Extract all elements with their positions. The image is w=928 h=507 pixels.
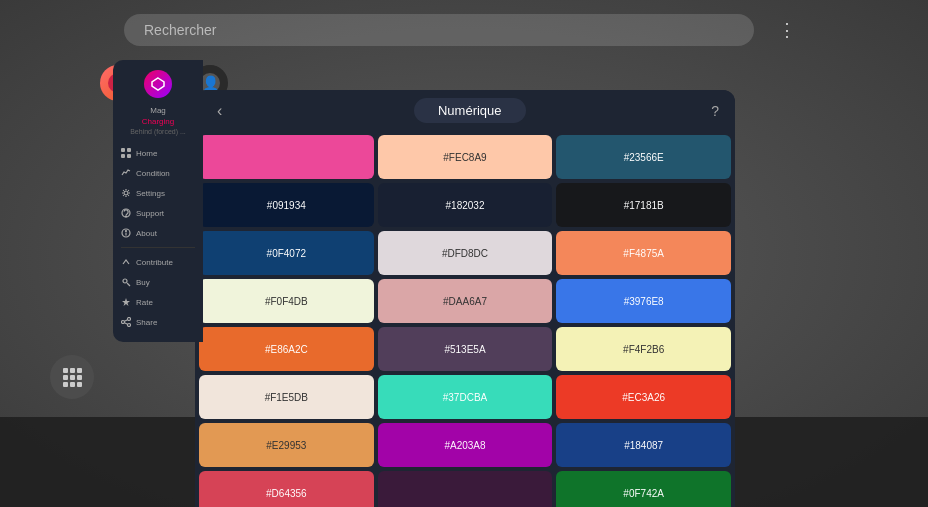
svg-rect-8 (121, 148, 125, 152)
menu-item-settings[interactable]: Settings (113, 183, 203, 203)
color-cell[interactable]: #17181B (556, 183, 731, 227)
svg-line-25 (125, 323, 128, 325)
color-cell[interactable]: #DFD8DC (378, 231, 553, 275)
svg-rect-30 (70, 375, 75, 380)
menu-home-label: Home (136, 149, 157, 158)
color-grid: #FEC8A9 #23566E #091934 #182032 #17181B … (195, 131, 735, 507)
svg-rect-32 (63, 382, 68, 387)
panel-back-button[interactable]: ‹ (211, 100, 228, 122)
search-placeholder: Rechercher (144, 22, 216, 38)
menu-item-share[interactable]: Share (113, 312, 203, 332)
svg-rect-27 (70, 368, 75, 373)
side-panel-subtitle: Behind (forced) ... (113, 128, 203, 135)
top-bar: Rechercher ⋮ (124, 14, 804, 46)
panel-title[interactable]: Numérique (414, 98, 526, 123)
menu-condition-label: Condition (136, 169, 170, 178)
color-cell[interactable]: #23566E (556, 135, 731, 179)
color-cell[interactable]: #DAA6A7 (378, 279, 553, 323)
menu-item-condition[interactable]: Condition (113, 163, 203, 183)
more-options-button[interactable]: ⋮ (770, 15, 804, 45)
color-cell[interactable]: #0F4072 (199, 231, 374, 275)
menu-item-contribute[interactable]: Contribute (113, 252, 203, 272)
svg-line-19 (127, 283, 130, 286)
color-cell[interactable]: #3976E8 (556, 279, 731, 323)
color-cell[interactable]: #184087 (556, 423, 731, 467)
color-cell[interactable]: #F1E5DB (199, 375, 374, 419)
menu-share-label: Share (136, 318, 157, 327)
color-cell[interactable]: #D64356 (199, 471, 374, 507)
svg-marker-20 (122, 298, 130, 306)
svg-rect-29 (63, 375, 68, 380)
side-panel-title: Mag (113, 106, 203, 115)
charging-label: Charging (113, 117, 203, 128)
color-cell[interactable]: #091934 (199, 183, 374, 227)
color-cell[interactable]: #E29953 (199, 423, 374, 467)
svg-point-14 (126, 216, 127, 217)
menu-buy-label: Buy (136, 278, 150, 287)
menu-item-buy[interactable]: Buy (113, 272, 203, 292)
color-panel: ‹ Numérique ? #FEC8A9 #23566E #091934 #1… (195, 90, 735, 507)
menu-item-rate[interactable]: Rate (113, 292, 203, 312)
svg-point-17 (126, 231, 127, 232)
svg-point-18 (123, 279, 127, 283)
color-cell[interactable]: #A203A8 (378, 423, 553, 467)
panel-header: ‹ Numérique ? (195, 90, 735, 131)
color-cell[interactable]: #0F742A (556, 471, 731, 507)
color-cell[interactable] (199, 135, 374, 179)
menu-item-about[interactable]: About (113, 223, 203, 243)
color-cell[interactable] (378, 471, 553, 507)
color-cell[interactable]: #E86A2C (199, 327, 374, 371)
color-cell[interactable]: #F4875A (556, 231, 731, 275)
svg-rect-34 (77, 382, 82, 387)
color-cell[interactable]: #EC3A26 (556, 375, 731, 419)
color-cell[interactable]: #F4F2B6 (556, 327, 731, 371)
menu-settings-label: Settings (136, 189, 165, 198)
svg-rect-11 (127, 154, 131, 158)
search-bar[interactable]: Rechercher (124, 14, 754, 46)
color-cell[interactable]: #513E5A (378, 327, 553, 371)
menu-about-label: About (136, 229, 157, 238)
svg-line-24 (125, 320, 128, 322)
menu-rate-label: Rate (136, 298, 153, 307)
svg-point-22 (122, 321, 125, 324)
color-cell[interactable]: #182032 (378, 183, 553, 227)
color-cell[interactable]: #FEC8A9 (378, 135, 553, 179)
svg-marker-7 (152, 78, 164, 90)
app-logo (144, 70, 172, 98)
svg-rect-9 (127, 148, 131, 152)
svg-rect-26 (63, 368, 68, 373)
panel-help-button[interactable]: ? (711, 103, 719, 119)
svg-rect-28 (77, 368, 82, 373)
menu-support-label: Support (136, 209, 164, 218)
grid-launcher-button[interactable] (50, 355, 94, 399)
color-cell[interactable]: #F0F4DB (199, 279, 374, 323)
color-cell[interactable]: #37DCBA (378, 375, 553, 419)
svg-rect-10 (121, 154, 125, 158)
svg-point-12 (124, 191, 128, 195)
menu-contribute-label: Contribute (136, 258, 173, 267)
svg-rect-33 (70, 382, 75, 387)
side-panel-logo (113, 70, 203, 98)
side-panel: Mag Charging Behind (forced) ... Home Co… (113, 60, 203, 342)
menu-item-support[interactable]: Support (113, 203, 203, 223)
menu-item-home[interactable]: Home (113, 143, 203, 163)
svg-rect-31 (77, 375, 82, 380)
svg-point-21 (128, 318, 131, 321)
svg-point-23 (128, 324, 131, 327)
